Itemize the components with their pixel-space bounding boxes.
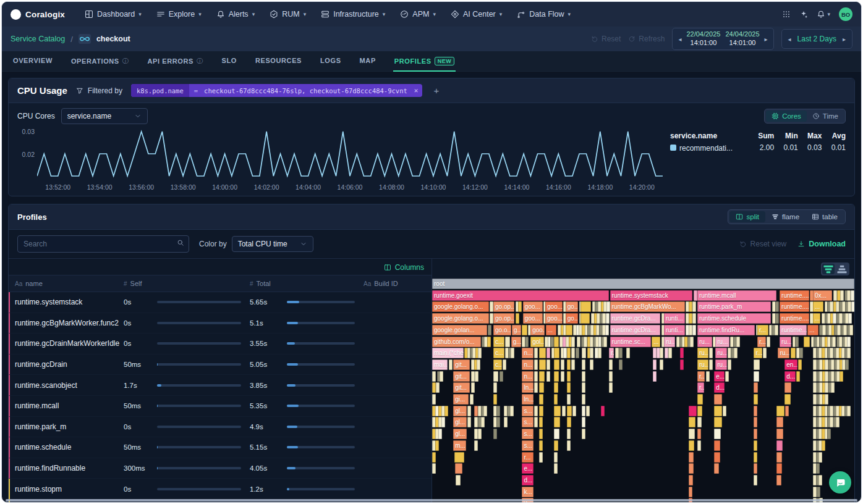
- flame-block[interactable]: ru...: [715, 348, 726, 358]
- flame-block[interactable]: m...: [453, 440, 466, 451]
- flame-sliver[interactable]: [798, 359, 802, 370]
- flame-sliver[interactable]: [554, 406, 561, 416]
- flame-sliver[interactable]: [723, 406, 726, 416]
- nav-item-dashboard[interactable]: Dashboard▾: [79, 7, 148, 22]
- flame-block[interactable]: d...: [784, 371, 796, 382]
- nav-item-explore[interactable]: Explore▾: [150, 7, 208, 22]
- flame-sliver[interactable]: [534, 382, 538, 393]
- flame-sliver[interactable]: [511, 348, 514, 358]
- flame-sliver[interactable]: [665, 348, 668, 358]
- flame-sliver[interactable]: [836, 417, 840, 427]
- flame-sliver[interactable]: [493, 394, 497, 405]
- flame-sliver[interactable]: [697, 440, 701, 451]
- flame-sliver[interactable]: [539, 359, 545, 370]
- flame-sliver[interactable]: [606, 313, 610, 324]
- flame-sliver[interactable]: [714, 417, 721, 427]
- flame-block[interactable]: c...: [493, 359, 502, 370]
- flame-sliver[interactable]: [438, 429, 442, 439]
- flame-sliver[interactable]: [582, 417, 585, 427]
- flame-sliver[interactable]: [754, 394, 757, 405]
- flame-block[interactable]: ru...: [697, 359, 708, 370]
- flame-sliver[interactable]: [847, 337, 851, 347]
- flame-sliver[interactable]: [692, 325, 696, 335]
- flame-sliver[interactable]: [603, 337, 607, 347]
- flame-sliver[interactable]: [554, 417, 560, 427]
- flame-block[interactable]: go.op...: [493, 301, 514, 312]
- tab-map[interactable]: MAP: [359, 51, 377, 70]
- flame-sliver[interactable]: [605, 325, 609, 335]
- flame-sliver[interactable]: [582, 429, 585, 439]
- flame-block[interactable]: gl...: [453, 406, 467, 416]
- flame-sliver[interactable]: [776, 463, 781, 474]
- flame-sliver[interactable]: [840, 290, 844, 301]
- sparkles-icon[interactable]: [799, 10, 808, 19]
- flame-sliver[interactable]: [754, 359, 760, 370]
- flame-sliver[interactable]: [848, 313, 852, 324]
- flame-block[interactable]: runtime.mcall: [697, 290, 776, 301]
- flame-sliver[interactable]: [680, 359, 684, 370]
- flame-sliver[interactable]: [689, 406, 696, 416]
- flame-block[interactable]: ru...: [715, 337, 729, 347]
- flame-sliver[interactable]: [706, 371, 710, 382]
- column-header-build-id[interactable]: AaBuild ID: [363, 280, 424, 287]
- color-by-select[interactable]: Total CPU time: [232, 236, 313, 252]
- nav-item-data-flow[interactable]: Data Flow▾: [511, 7, 577, 22]
- flame-sliver[interactable]: [561, 359, 564, 370]
- flame-sliver[interactable]: [689, 452, 694, 463]
- flame-sliver[interactable]: [804, 337, 810, 347]
- tab-logs[interactable]: LOGS: [319, 51, 342, 70]
- flame-sliver[interactable]: [816, 463, 820, 474]
- toggle-time[interactable]: Time: [807, 111, 844, 122]
- flame-sliver[interactable]: [754, 429, 757, 439]
- flame-block[interactable]: s...: [522, 406, 533, 416]
- column-header-total[interactable]: #Total: [250, 280, 287, 287]
- flame-sliver[interactable]: [714, 452, 720, 463]
- flame-block[interactable]: go...: [566, 301, 578, 312]
- flame-sliver[interactable]: [470, 394, 474, 405]
- flame-sliver[interactable]: [467, 406, 471, 416]
- flame-sliver[interactable]: [754, 417, 757, 427]
- flame-block[interactable]: go.op...: [493, 313, 514, 324]
- flame-block[interactable]: root: [432, 279, 854, 289]
- columns-button[interactable]: Columns: [384, 263, 424, 272]
- flame-sliver[interactable]: [554, 382, 558, 393]
- flame-sliver[interactable]: [692, 313, 696, 324]
- flame-sliver[interactable]: [534, 359, 538, 370]
- flame-sliver[interactable]: [776, 429, 783, 439]
- download-button[interactable]: Download: [797, 240, 846, 248]
- flame-sliver[interactable]: [847, 290, 851, 301]
- flame-sliver[interactable]: [586, 406, 590, 416]
- flame-sliver[interactable]: [847, 348, 851, 358]
- flame-block[interactable]: git...: [453, 359, 470, 370]
- flame-sliver[interactable]: [847, 406, 851, 416]
- flame-sliver[interactable]: [609, 371, 613, 382]
- flame-sliver[interactable]: [562, 406, 566, 416]
- flame-sliver[interactable]: [831, 382, 835, 393]
- flame-sliver[interactable]: [725, 371, 729, 382]
- flame-sliver[interactable]: [619, 348, 623, 358]
- flame-sliver[interactable]: [582, 371, 585, 382]
- flame-sliver[interactable]: [582, 348, 586, 358]
- flame-sliver[interactable]: [567, 429, 571, 439]
- flame-sliver[interactable]: [493, 429, 497, 439]
- flame-sliver[interactable]: [582, 406, 585, 416]
- flame-block[interactable]: r...: [609, 348, 614, 358]
- flame-sliver[interactable]: [714, 394, 721, 405]
- flame-block[interactable]: goo...: [523, 313, 543, 324]
- flame-block[interactable]: github.com/o...: [432, 337, 481, 347]
- flame-block[interactable]: ...: [652, 337, 660, 347]
- flame-sliver[interactable]: [475, 371, 478, 382]
- flame-sliver[interactable]: [449, 359, 453, 370]
- flame-sliver[interactable]: [689, 487, 692, 497]
- flame-sliver[interactable]: [567, 440, 571, 451]
- flame-sliver[interactable]: [496, 417, 500, 427]
- flame-sliver[interactable]: [539, 452, 543, 463]
- flame-sliver[interactable]: [784, 394, 791, 405]
- flame-sliver[interactable]: [754, 475, 757, 485]
- column-header-name[interactable]: Aaname: [15, 280, 124, 287]
- flame-block[interactable]: en...: [784, 359, 797, 370]
- flame-sliver[interactable]: [590, 348, 593, 358]
- flame-block[interactable]: go...: [566, 313, 578, 324]
- flame-sliver[interactable]: [474, 440, 478, 451]
- flame-sliver[interactable]: [525, 337, 529, 347]
